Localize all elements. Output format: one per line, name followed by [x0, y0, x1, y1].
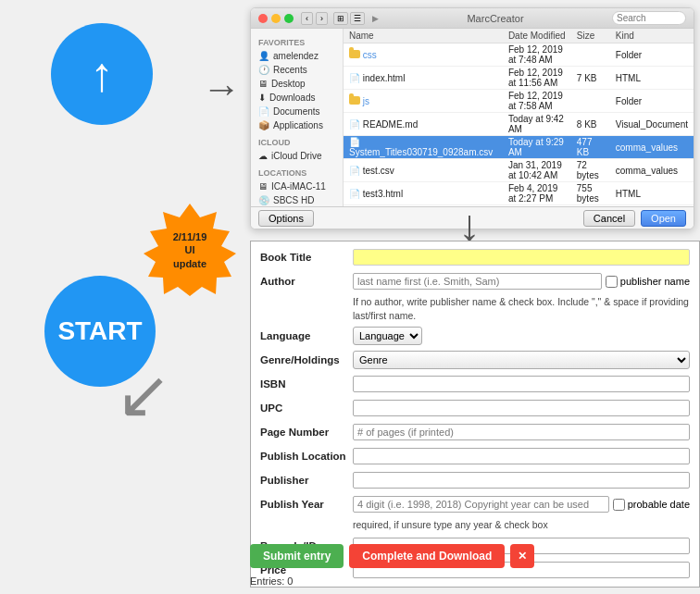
- file-browser: ‹ › ⊞ ☰ ▶ MarcCreator Favorites 👤 amelen…: [250, 7, 694, 229]
- computer-icon: 🖥: [258, 181, 268, 192]
- back-button[interactable]: ‹: [301, 12, 313, 25]
- close-dot[interactable]: [258, 14, 268, 23]
- publisher-name-label: publisher name: [620, 276, 690, 287]
- publish-location-row: Publish Location: [260, 446, 690, 466]
- form-actions: Submit entry Complete and Download ✕: [250, 544, 534, 568]
- col-date[interactable]: Date Modified: [503, 29, 571, 43]
- publisher-input[interactable]: [353, 472, 690, 489]
- language-row: Language Language: [260, 326, 690, 346]
- publisher-name-checkbox[interactable]: [606, 276, 618, 288]
- close-button[interactable]: ✕: [510, 544, 534, 568]
- table-row[interactable]: 📄 System_Titles030719_0928am.csv Today a…: [344, 136, 694, 159]
- genre-label: Genre/Holdings: [260, 354, 353, 365]
- sidebar-item-amelendez[interactable]: 👤 amelendez: [251, 49, 343, 63]
- publish-location-input[interactable]: [353, 448, 690, 464]
- sidebar-item-sbcs[interactable]: 💿 SBCS HD: [251, 193, 343, 206]
- table-row[interactable]: 📄 index.html Feb 12, 2019 at 11:56 AM 7 …: [344, 67, 694, 90]
- book-title-input[interactable]: [353, 249, 690, 266]
- clock-icon: 🕐: [258, 65, 269, 75]
- file-icon: 📄: [349, 119, 360, 130]
- table-row[interactable]: css Feb 12, 2019 at 7:48 AM Folder: [344, 43, 694, 67]
- publisher-name-checkbox-row: publisher name: [606, 276, 690, 288]
- cloud-icon: ☁: [258, 151, 268, 161]
- book-title-row: Book Title: [260, 247, 690, 267]
- maximize-dot[interactable]: [284, 14, 294, 23]
- upc-input[interactable]: [353, 400, 690, 416]
- starburst-text: 2/11/19 UI update: [173, 230, 207, 270]
- start-label: START: [57, 316, 142, 346]
- author-input[interactable]: [353, 273, 602, 290]
- file-icon: 📄: [349, 137, 360, 147]
- icloud-label: iCloud: [251, 136, 343, 149]
- list-view-button[interactable]: ☰: [350, 12, 365, 25]
- publish-year-row: Publish Year probable date: [260, 494, 690, 514]
- sidebar-item-icloud[interactable]: ☁ iCloud Drive: [251, 149, 343, 163]
- isbn-label: ISBN: [260, 378, 353, 390]
- user-icon: 👤: [258, 51, 269, 61]
- file-icon: 📄: [349, 166, 360, 176]
- sidebar-item-documents[interactable]: 📄 Documents: [251, 105, 343, 118]
- publish-year-input[interactable]: [353, 496, 609, 513]
- file-list: Name Date Modified Size Kind css Feb 12,…: [344, 29, 694, 206]
- publish-year-label: Publish Year: [260, 499, 353, 510]
- arrow-right-top: →: [202, 69, 241, 108]
- probable-date-row: probable date: [613, 499, 690, 511]
- page-number-row: Page Number: [260, 422, 690, 442]
- probable-date-checkbox[interactable]: [613, 499, 625, 511]
- open-button[interactable]: Open: [641, 210, 686, 227]
- publish-year-note: required, if unsure type any year & chec…: [260, 518, 690, 532]
- table-row[interactable]: 📄 README.md Today at 9:42 AM 8 KB Visual…: [344, 113, 694, 136]
- complete-download-button[interactable]: Complete and Download: [349, 544, 505, 568]
- submit-entry-button[interactable]: Submit entry: [250, 544, 344, 568]
- genre-row: Genre/Holdings Genre: [260, 350, 690, 370]
- form-panel: Book Title Author publisher name If no a…: [250, 241, 700, 588]
- entries-count: Entries: 0: [250, 575, 293, 587]
- forward-button[interactable]: ›: [316, 12, 328, 25]
- table-row[interactable]: 📄 test.csv Jan 31, 2019 at 10:42 AM 72 b…: [344, 159, 694, 182]
- favorites-label: Favorites: [251, 36, 343, 49]
- author-row: Author publisher name: [260, 271, 690, 291]
- genre-select[interactable]: Genre: [353, 351, 690, 369]
- sidebar-item-desktop[interactable]: 🖥 Desktop: [251, 77, 343, 91]
- drive-icon: 💿: [258, 195, 269, 205]
- options-button[interactable]: Options: [258, 210, 314, 227]
- table-row[interactable]: 📄 test3.html Feb 4, 2019 at 2:27 PM 755 …: [344, 182, 694, 205]
- publisher-row: Publisher: [260, 470, 690, 490]
- page-number-label: Page Number: [260, 427, 353, 438]
- view-icon-button[interactable]: ⊞: [333, 12, 348, 25]
- upload-icon: ↑: [90, 50, 114, 98]
- curved-arrow: ↙: [116, 361, 171, 427]
- col-name[interactable]: Name: [344, 29, 503, 43]
- folder-icon: [349, 50, 360, 58]
- upload-circle: ↑: [51, 23, 153, 125]
- col-kind[interactable]: Kind: [610, 29, 694, 43]
- sidebar-item-imac[interactable]: 🖥 ICA-iMAC-11: [251, 179, 343, 193]
- author-label: Author: [260, 276, 353, 287]
- language-label: Language: [260, 330, 353, 341]
- titlebar: ‹ › ⊞ ☰ ▶ MarcCreator: [251, 8, 694, 29]
- isbn-row: ISBN: [260, 374, 690, 394]
- sidebar-item-applications[interactable]: 📦 Applications: [251, 118, 343, 132]
- sidebar-item-downloads[interactable]: ⬇ Downloads: [251, 91, 343, 105]
- applications-icon: 📦: [258, 120, 269, 130]
- minimize-dot[interactable]: [271, 14, 281, 23]
- search-input[interactable]: [612, 11, 686, 25]
- documents-icon: 📄: [258, 106, 269, 117]
- page-number-input[interactable]: [353, 424, 690, 440]
- breadcrumb-nav: ▶: [372, 14, 379, 23]
- locations-label: Locations: [251, 167, 343, 179]
- isbn-input[interactable]: [353, 376, 690, 392]
- cancel-button[interactable]: Cancel: [583, 210, 635, 227]
- col-size[interactable]: Size: [571, 29, 610, 43]
- desktop-icon: 🖥: [258, 79, 268, 89]
- table-row[interactable]: js Feb 12, 2019 at 7:58 AM Folder: [344, 90, 694, 113]
- publisher-label: Publisher: [260, 475, 353, 486]
- book-title-label: Book Title: [260, 252, 353, 263]
- upc-label: UPC: [260, 402, 353, 414]
- sidebar-item-recents[interactable]: 🕐 Recents: [251, 63, 343, 77]
- folder-icon: [349, 96, 360, 105]
- window-title: MarcCreator: [382, 13, 608, 24]
- publish-location-label: Publish Location: [260, 451, 353, 462]
- upc-row: UPC: [260, 398, 690, 418]
- language-select[interactable]: Language: [353, 327, 422, 345]
